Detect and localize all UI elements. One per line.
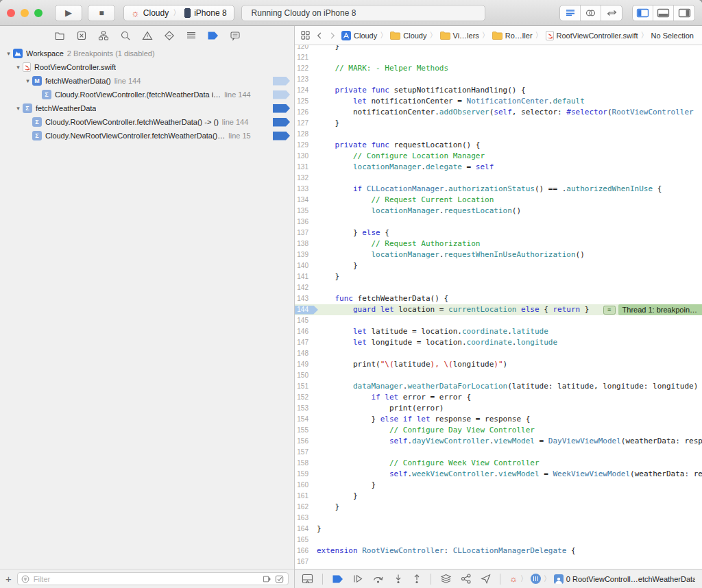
breakpoint-row[interactable]: ΣCloudy.NewRootViewController.fetchWeath… xyxy=(0,129,294,143)
breakpoint-marker-enabled[interactable] xyxy=(273,132,290,140)
view-hierarchy-button[interactable] xyxy=(440,574,452,584)
breakpoint-row[interactable]: ▾RootViewController.swift xyxy=(0,60,294,74)
breadcrumb-item[interactable]: Vi…lers xyxy=(440,32,479,40)
line-number[interactable]: 142 xyxy=(295,282,311,293)
line-number[interactable]: 159 xyxy=(295,469,311,480)
stop-button[interactable]: ■ xyxy=(88,5,115,21)
disclosure-triangle[interactable]: ▾ xyxy=(14,106,23,112)
hide-debug-area-button[interactable] xyxy=(302,574,313,584)
version-editor-button[interactable] xyxy=(601,5,622,21)
line-number[interactable]: 140 xyxy=(295,260,311,271)
line-number[interactable]: 133 xyxy=(295,184,311,195)
line-number[interactable]: 164 xyxy=(295,524,311,535)
line-number[interactable]: 156 xyxy=(295,436,311,447)
line-number[interactable]: 148 xyxy=(295,348,311,359)
line-number[interactable]: 163 xyxy=(295,513,311,524)
breakpoint-marker-enabled[interactable] xyxy=(273,118,290,127)
line-number[interactable]: 121 xyxy=(295,52,311,63)
breakpoint-row[interactable]: ▾Workspace2 Breakpoints (1 disabled) xyxy=(0,47,294,60)
filter-field[interactable] xyxy=(17,572,289,585)
line-number[interactable]: 147 xyxy=(295,337,311,348)
breakpoint-row[interactable]: ΣCloudy.RootViewController.(fetchWeather… xyxy=(0,88,294,101)
line-number[interactable]: 158 xyxy=(295,458,311,469)
breakpoint-row[interactable]: ▾ΣfetchWeatherData xyxy=(0,101,294,115)
navigator-tab-project[interactable] xyxy=(53,29,66,42)
line-number[interactable]: 134 xyxy=(295,195,311,206)
add-breakpoint-button[interactable]: + xyxy=(5,574,12,584)
disclosure-triangle[interactable]: ▾ xyxy=(4,51,13,57)
line-number[interactable]: 157 xyxy=(295,447,311,458)
utilities-panel-toggle-button[interactable] xyxy=(674,5,694,21)
navigator-tab-find[interactable] xyxy=(119,29,132,42)
breadcrumb-item[interactable]: No Selection xyxy=(651,32,694,40)
line-number[interactable]: 144 xyxy=(295,304,311,315)
show-enabled-breakpoints-icon[interactable] xyxy=(263,575,272,583)
disclosure-triangle[interactable]: ▾ xyxy=(23,78,32,84)
line-number[interactable]: 136 xyxy=(295,217,311,228)
navigator-tab-report[interactable] xyxy=(229,29,241,42)
debug-area-panel-toggle-button[interactable] xyxy=(653,5,674,21)
go-back-icon[interactable] xyxy=(315,31,324,40)
line-number[interactable]: 129 xyxy=(295,140,311,151)
disclosure-triangle[interactable]: ▾ xyxy=(14,64,23,71)
breakpoint-row[interactable]: ΣCloudy.RootViewController.fetchWeatherD… xyxy=(0,115,294,129)
line-number[interactable]: 150 xyxy=(295,370,311,381)
line-number[interactable]: 135 xyxy=(295,206,311,217)
navigator-tab-breakpoint[interactable] xyxy=(207,29,219,42)
memory-graph-button[interactable] xyxy=(461,574,472,584)
step-out-button[interactable] xyxy=(412,574,422,584)
breadcrumb-item[interactable]: RootViewController.swift xyxy=(546,31,638,40)
line-number[interactable]: 126 xyxy=(295,107,311,118)
line-number[interactable]: 166 xyxy=(295,546,311,556)
scheme-selector[interactable]: ☼ Cloudy 〉 iPhone 8 xyxy=(123,5,234,21)
line-number[interactable]: 120 xyxy=(295,45,311,52)
line-number[interactable]: 124 xyxy=(295,85,311,96)
line-number[interactable]: 139 xyxy=(295,249,311,260)
line-number[interactable]: 149 xyxy=(295,359,311,370)
line-number[interactable]: 146 xyxy=(295,326,311,337)
breakpoint-marker-enabled[interactable] xyxy=(273,104,290,113)
line-number[interactable]: 167 xyxy=(295,556,311,567)
debug-jump-item[interactable]: 0 RootViewControll…etchWeatherData() xyxy=(554,574,695,584)
navigator-panel-toggle-button[interactable] xyxy=(633,5,653,21)
line-number[interactable]: 162 xyxy=(295,502,311,513)
zoom-window-button[interactable] xyxy=(34,9,43,17)
line-number[interactable]: 128 xyxy=(295,129,311,140)
code-area[interactable]: 120 }121122 // MARK: - Helper Methods123… xyxy=(295,45,702,569)
breakpoints-toggle-button[interactable] xyxy=(332,574,343,584)
line-number[interactable]: 141 xyxy=(295,271,311,282)
line-number[interactable]: 143 xyxy=(295,293,311,304)
standard-editor-button[interactable] xyxy=(560,5,581,21)
line-number[interactable]: 138 xyxy=(295,238,311,249)
line-number[interactable]: 160 xyxy=(295,480,311,491)
show-active-breakpoints-icon[interactable] xyxy=(275,575,285,583)
breadcrumb-item[interactable]: Ro…ller xyxy=(492,32,533,40)
navigator-tab-symbol[interactable] xyxy=(97,29,110,42)
line-number[interactable]: 123 xyxy=(295,74,311,85)
step-over-button[interactable] xyxy=(372,574,385,584)
line-number[interactable]: 131 xyxy=(295,162,311,173)
step-into-button[interactable] xyxy=(394,574,403,584)
line-number[interactable]: 132 xyxy=(295,173,311,184)
breadcrumb-item[interactable]: Cloudy xyxy=(390,32,426,40)
navigator-tab-issue[interactable] xyxy=(141,29,154,42)
navigator-tab-source-control[interactable] xyxy=(75,29,88,42)
line-number[interactable]: 152 xyxy=(295,392,311,403)
line-number[interactable]: 130 xyxy=(295,151,311,162)
line-number[interactable]: 154 xyxy=(295,414,311,425)
simulate-location-button[interactable] xyxy=(481,574,491,584)
related-items-icon[interactable] xyxy=(300,30,311,40)
annotation-menu-button[interactable]: ≡ xyxy=(603,306,616,315)
navigator-tab-test[interactable] xyxy=(163,29,176,42)
line-number[interactable]: 137 xyxy=(295,228,311,238)
debug-jump-item[interactable] xyxy=(531,574,541,584)
assistant-editor-button[interactable] xyxy=(581,5,601,21)
go-forward-icon[interactable] xyxy=(328,31,337,40)
run-button[interactable]: ▶ xyxy=(55,5,82,21)
breadcrumb-item[interactable]: Cloudy xyxy=(341,31,377,40)
breakpoint-marker-disabled[interactable] xyxy=(273,90,290,99)
line-number[interactable]: 122 xyxy=(295,63,311,74)
navigator-tab-debug[interactable] xyxy=(185,29,197,42)
minimize-window-button[interactable] xyxy=(21,9,29,17)
close-window-button[interactable] xyxy=(7,9,15,17)
